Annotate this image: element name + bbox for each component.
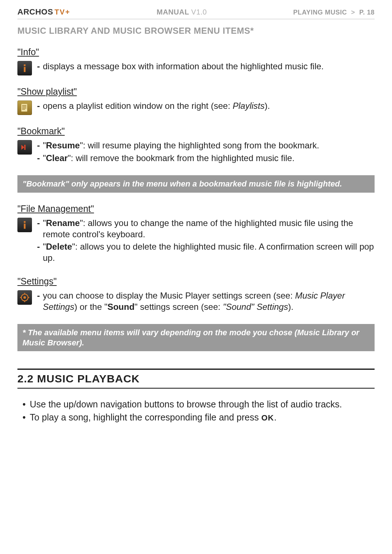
playlist-text-b: ). — [265, 101, 270, 111]
svg-rect-6 — [22, 109, 25, 110]
chapter-header: 2.2 MUSIC PLAYBACK — [17, 369, 375, 389]
menu-item-bookmark: - "Resume": will resume playing the high… — [17, 140, 375, 165]
settings-text-d: ). — [288, 302, 294, 312]
menu-item-settings-title: "Settings" — [17, 276, 375, 287]
brand-logo: ARCHOS — [17, 7, 53, 16]
filemgmt-rename: "Rename": allows you to change the name … — [43, 218, 375, 240]
brand-suffix: TV+ — [54, 8, 70, 16]
svg-marker-7 — [21, 145, 24, 150]
rename-label: Rename — [46, 218, 80, 228]
info-text: displays a message box with information … — [43, 61, 324, 72]
menu-item-info-title: "Info" — [17, 47, 375, 57]
bookmark-clear: "Clear": will remove the bookmark from t… — [43, 153, 294, 164]
rename-text: ": allows you to change the name of the … — [43, 218, 353, 239]
bullet-dash: - — [37, 218, 41, 240]
filemgmt-delete: "Delete": allows you to delete the highl… — [43, 241, 375, 263]
chapter-body: •Use the up/down navigation buttons to b… — [17, 398, 375, 424]
chapter-title: 2.2 MUSIC PLAYBACK — [17, 373, 375, 385]
bullet-dash: - — [37, 290, 41, 312]
section-heading: MUSIC LIBRARY AND MUSIC BROWSER MENU ITE… — [17, 26, 375, 36]
crumb-section: PLAYING MUSIC — [293, 9, 347, 16]
bullet-dash: - — [37, 61, 41, 72]
svg-rect-1 — [24, 67, 26, 72]
clear-label: Clear — [46, 153, 68, 163]
crumb-page: P. 18 — [359, 9, 375, 16]
delete-label: Delete — [46, 242, 72, 251]
settings-text: you can choose to display the Music Play… — [43, 290, 375, 312]
bookmark-note: "Bookmark" only appears in the menu when… — [17, 175, 375, 193]
playlist-text-a: opens a playlist edition window on the r… — [43, 101, 233, 111]
bullet-dash: - — [37, 100, 41, 112]
clear-text: ": will remove the bookmark from the hig… — [68, 153, 295, 163]
playlist-icon — [17, 100, 32, 115]
svg-rect-8 — [24, 145, 26, 150]
settings-link-2: "Sound" Settings — [223, 302, 288, 312]
breadcrumb: PLAYING MUSIC > P. 18 — [293, 9, 375, 16]
settings-text-b: ) or the " — [74, 302, 107, 312]
manual-label: MANUAL — [156, 8, 189, 16]
svg-rect-0 — [24, 65, 26, 66]
info-icon — [17, 61, 32, 75]
menu-item-settings: - you can choose to display the Music Pl… — [17, 290, 375, 314]
menu-item-bookmark-title: "Bookmark" — [17, 126, 375, 136]
playback-step-2a: To play a song, highlight the correspond… — [30, 412, 261, 422]
manual-version: V1.0 — [191, 8, 207, 16]
settings-text-a: you can choose to display the Music Play… — [43, 291, 295, 300]
footnote-box: * The available menu items will vary dep… — [17, 324, 375, 351]
manual-label-block: MANUAL V1.0 — [156, 8, 207, 16]
svg-rect-3 — [22, 105, 26, 106]
playlist-text: opens a playlist edition window on the r… — [43, 100, 270, 112]
svg-rect-5 — [22, 108, 26, 108]
file-management-icon — [17, 218, 32, 232]
settings-text-c: " settings screen (see: — [135, 302, 223, 312]
svg-rect-9 — [24, 221, 26, 223]
manual-page: ARCHOSTV+ MANUAL V1.0 PLAYING MUSIC > P.… — [0, 0, 392, 554]
bullet-dash: - — [37, 241, 41, 263]
playback-step-1: Use the up/down navigation buttons to br… — [30, 398, 342, 411]
menu-item-filemgmt-title: "File Management" — [17, 204, 375, 214]
playback-step-2b: . — [274, 412, 277, 422]
bullet-dot: • — [23, 411, 26, 424]
bookmark-icon — [17, 140, 32, 155]
menu-item-filemgmt: - "Rename": allows you to change the nam… — [17, 218, 375, 265]
bookmark-resume: "Resume": will resume playing the highli… — [43, 140, 319, 151]
menu-item-playlist-title: "Show playlist" — [17, 86, 375, 97]
playlist-link: Playlists — [233, 101, 265, 111]
playback-step-2: To play a song, highlight the correspond… — [30, 411, 277, 424]
settings-bold: Sound — [107, 302, 135, 312]
menu-item-info: -displays a message box with information… — [17, 61, 375, 75]
brand-block: ARCHOSTV+ — [17, 7, 70, 17]
header-bar: ARCHOSTV+ MANUAL V1.0 PLAYING MUSIC > P.… — [17, 7, 375, 19]
ok-button-label: OK — [261, 413, 274, 422]
svg-point-12 — [24, 296, 26, 299]
svg-rect-10 — [24, 223, 26, 229]
chevron-right-icon: > — [351, 9, 355, 16]
bullet-dash: - — [37, 153, 41, 164]
menu-item-playlist: - opens a playlist edition window on the… — [17, 100, 375, 115]
settings-icon — [17, 290, 32, 305]
bullet-dot: • — [23, 398, 26, 411]
svg-rect-4 — [22, 107, 26, 107]
resume-text: ": will resume playing the highlighted s… — [80, 140, 319, 150]
bullet-dash: - — [37, 140, 41, 151]
resume-label: Resume — [46, 140, 80, 150]
delete-text: ": allows you to delete the highlighted … — [43, 242, 374, 263]
